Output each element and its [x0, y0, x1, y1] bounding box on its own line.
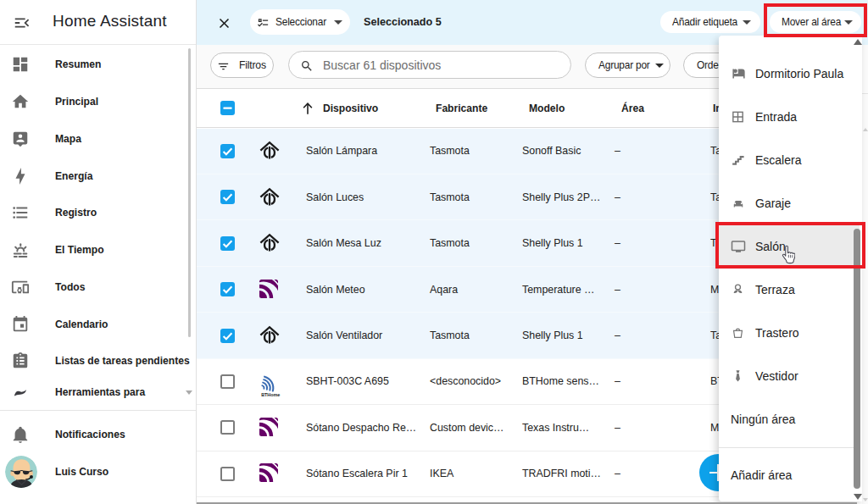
- svg-text:BTHome: BTHome: [261, 392, 280, 397]
